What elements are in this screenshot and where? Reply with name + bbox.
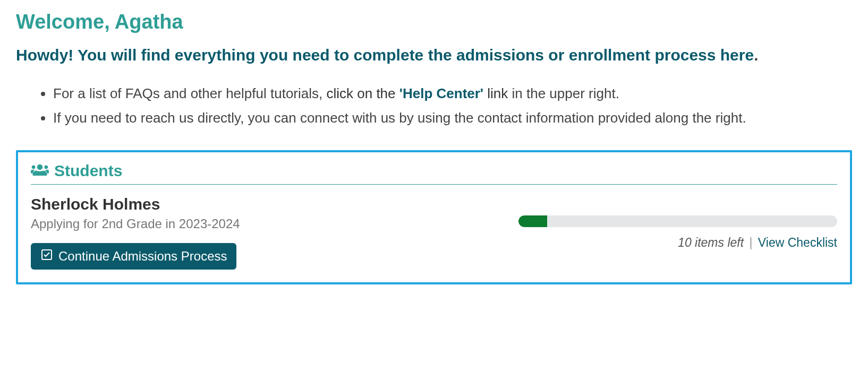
view-checklist-link[interactable]: View Checklist bbox=[758, 236, 837, 249]
info-item-contact: If you need to reach us directly, you ca… bbox=[53, 107, 852, 129]
students-header: Students bbox=[31, 162, 837, 185]
progress-meta: 10 items left | View Checklist bbox=[518, 236, 837, 250]
users-icon bbox=[31, 162, 49, 180]
student-name: Sherlock Holmes bbox=[31, 195, 240, 213]
faq-post: in the upper right. bbox=[508, 85, 619, 101]
intro-text: Howdy! You will find everything you need… bbox=[16, 43, 852, 67]
students-header-title: Students bbox=[54, 162, 122, 180]
separator: | bbox=[749, 236, 752, 249]
checkbox-icon bbox=[40, 248, 53, 264]
intro-text-content: Howdy! You will find everything you need… bbox=[16, 46, 754, 64]
progress-fill bbox=[518, 215, 547, 227]
faq-link-word: link bbox=[483, 85, 508, 101]
student-right: 10 items left | View Checklist bbox=[518, 195, 837, 250]
info-list: For a list of FAQs and other helpful tut… bbox=[16, 83, 852, 129]
progress-bar bbox=[518, 215, 837, 227]
faq-click-on: click on the bbox=[326, 85, 399, 101]
items-left-text: 10 items left bbox=[678, 236, 744, 249]
intro-period: . bbox=[754, 46, 758, 64]
student-status: Applying for 2nd Grade in 2023-2024 bbox=[31, 217, 240, 231]
welcome-title: Welcome, Agatha bbox=[16, 11, 852, 33]
help-center-link[interactable]: 'Help Center' bbox=[399, 85, 483, 101]
continue-button-label: Continue Admissions Process bbox=[58, 249, 227, 264]
faq-pre: For a list of FAQs and other helpful tut… bbox=[53, 85, 326, 101]
student-row: Sherlock Holmes Applying for 2nd Grade i… bbox=[31, 195, 837, 270]
continue-admissions-button[interactable]: Continue Admissions Process bbox=[31, 243, 236, 270]
students-panel: Students Sherlock Holmes Applying for 2n… bbox=[16, 150, 852, 284]
info-item-faq: For a list of FAQs and other helpful tut… bbox=[53, 83, 852, 105]
student-left: Sherlock Holmes Applying for 2nd Grade i… bbox=[31, 195, 240, 270]
